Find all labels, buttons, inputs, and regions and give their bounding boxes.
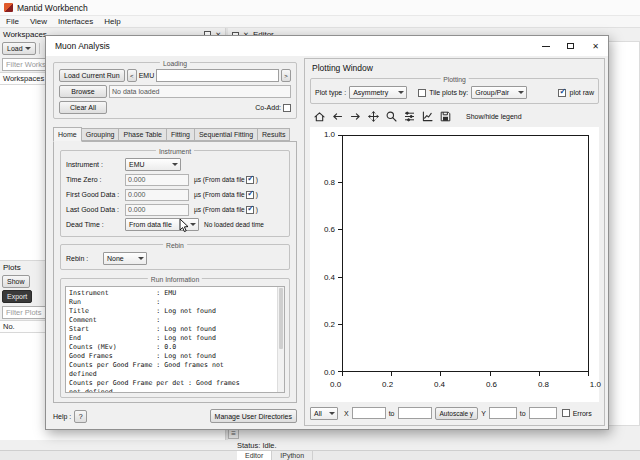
tab-results[interactable]: Results bbox=[258, 128, 290, 141]
subplots-config-icon[interactable] bbox=[402, 109, 416, 123]
menu-interfaces[interactable]: Interfaces bbox=[58, 17, 93, 26]
last-good-from-file-checkbox[interactable] bbox=[246, 206, 254, 214]
plotting-window-titlebar[interactable]: Plotting Window bbox=[310, 60, 599, 75]
x-tick-label: 0.0 bbox=[330, 380, 341, 389]
loaded-data-field: No data loaded bbox=[109, 85, 291, 98]
plot-toolbar: Show/hide legend bbox=[310, 108, 599, 124]
workspaces-dock-title: Workspaces bbox=[3, 30, 47, 39]
close-button[interactable] bbox=[583, 36, 608, 56]
load-workspace-button[interactable]: Load bbox=[2, 42, 36, 55]
home-icon[interactable] bbox=[312, 109, 326, 123]
load-button-label: Load bbox=[7, 45, 23, 52]
run-number-input[interactable] bbox=[156, 69, 279, 82]
zoom-icon[interactable] bbox=[384, 109, 398, 123]
run-info-line: Run : bbox=[69, 298, 275, 307]
plot-raw-checkbox[interactable] bbox=[558, 89, 566, 97]
main-titlebar[interactable]: Mantid Workbench bbox=[0, 0, 640, 16]
autoscale-y-button[interactable]: Autoscale y bbox=[435, 407, 479, 420]
previous-run-button[interactable]: < bbox=[127, 69, 137, 82]
tab-grouping[interactable]: Grouping bbox=[82, 128, 120, 141]
run-info-line: Counts per Good Frame : Good frames not bbox=[69, 361, 275, 370]
tile-plots-checkbox[interactable] bbox=[418, 89, 426, 97]
from-data-file-label: µs (From data file bbox=[194, 191, 245, 198]
first-good-from-file-checkbox[interactable] bbox=[246, 191, 254, 199]
tab-editor[interactable]: Editor bbox=[237, 451, 272, 460]
menu-view[interactable]: View bbox=[30, 17, 47, 26]
muon-analysis-dialog: Muon Analysis Loading Load Current Run bbox=[45, 35, 609, 430]
x-max-input[interactable] bbox=[398, 407, 432, 419]
customize-axes-icon[interactable] bbox=[420, 109, 434, 123]
last-good-data-field[interactable]: 0.000 bbox=[125, 204, 189, 216]
x-min-input[interactable] bbox=[352, 407, 386, 419]
help-button[interactable]: ? bbox=[74, 410, 87, 423]
dialog-body: Loading Load Current Run < EMU > bbox=[46, 56, 608, 429]
tab-fitting[interactable]: Fitting bbox=[167, 128, 195, 141]
clear-all-label: Clear All bbox=[70, 104, 96, 111]
x-axis-tick-labels: 0.0 0.2 0.4 0.6 0.8 1.0 bbox=[330, 380, 601, 389]
y-axis-tick-marks bbox=[338, 135, 342, 372]
time-zero-from-file-checkbox[interactable] bbox=[246, 176, 254, 184]
plotting-group-title: Plotting bbox=[440, 75, 469, 84]
close-icon bbox=[592, 41, 599, 51]
manage-user-directories-button[interactable]: Manage User Directories bbox=[210, 409, 297, 423]
load-current-run-label: Load Current Run bbox=[64, 72, 120, 79]
run-info-scrollbar[interactable] bbox=[277, 287, 284, 392]
show-hide-legend-button[interactable]: Show/hide legend bbox=[463, 112, 525, 121]
last-good-suffix: µs (From data file ) bbox=[194, 206, 258, 214]
y-tick-label: 1.0 bbox=[324, 130, 335, 139]
co-add-checkbox[interactable] bbox=[283, 104, 291, 112]
first-good-data-value: 0.000 bbox=[128, 191, 146, 198]
time-zero-field[interactable]: 0.000 bbox=[125, 174, 189, 186]
pan-icon[interactable] bbox=[366, 109, 380, 123]
minimize-button[interactable] bbox=[533, 36, 558, 56]
browse-button[interactable]: Browse bbox=[59, 85, 107, 98]
save-icon[interactable] bbox=[438, 109, 452, 123]
clear-all-button[interactable]: Clear All bbox=[59, 101, 107, 114]
tab-sequential-fitting[interactable]: Sequential Fitting bbox=[195, 128, 258, 141]
run-information-text[interactable]: Instrument : EMU Run : Title : Log not f… bbox=[65, 286, 285, 393]
plot-type-select[interactable]: Asymmetry bbox=[349, 86, 407, 99]
tile-plots-value: Group/Pair bbox=[475, 89, 509, 96]
scrollbar-thumb[interactable] bbox=[279, 288, 283, 349]
run-information-group: Run Information Instrument : EMU Run : T… bbox=[60, 278, 290, 398]
tab-home[interactable]: Home bbox=[53, 127, 82, 142]
plots-export-button[interactable]: Export bbox=[2, 290, 32, 303]
first-good-data-field[interactable]: 0.000 bbox=[125, 189, 189, 201]
y-tick-label: 0.6 bbox=[324, 225, 335, 234]
run-info-line: Start : Log not found bbox=[69, 325, 275, 334]
forward-icon[interactable] bbox=[348, 109, 362, 123]
minimize-icon bbox=[542, 46, 550, 47]
menu-file[interactable]: File bbox=[6, 17, 19, 26]
plots-show-button[interactable]: Show bbox=[2, 275, 30, 288]
run-info-line: Comment : bbox=[69, 316, 275, 325]
instrument-select[interactable]: EMU bbox=[125, 158, 181, 171]
back-icon[interactable] bbox=[330, 109, 344, 123]
load-current-run-button[interactable]: Load Current Run bbox=[59, 69, 125, 82]
console-tab-bar: Editor IPython bbox=[0, 450, 640, 460]
plot-range-controls: All X to Autoscale y Y to bbox=[310, 405, 599, 421]
from-data-file-label: µs (From data file bbox=[194, 206, 245, 213]
dialog-titlebar[interactable]: Muon Analysis bbox=[46, 36, 608, 56]
menu-help[interactable]: Help bbox=[104, 17, 120, 26]
loading-group-title: Loading bbox=[160, 59, 190, 68]
tab-ipython[interactable]: IPython bbox=[272, 451, 313, 460]
x-tick-label: 0.8 bbox=[538, 380, 549, 389]
chevron-down-icon bbox=[172, 163, 178, 166]
mouse-cursor bbox=[179, 219, 189, 233]
tab-phase-table[interactable]: Phase Table bbox=[119, 128, 166, 141]
y-min-input[interactable] bbox=[489, 407, 517, 419]
rebin-select[interactable]: None bbox=[103, 252, 147, 265]
plot-type-row: Plot type : Asymmetry Tile plots by: Gro… bbox=[315, 86, 594, 99]
next-run-button[interactable]: > bbox=[281, 69, 291, 82]
menu-bar: File View Interfaces Help bbox=[0, 16, 640, 28]
errors-checkbox[interactable] bbox=[562, 409, 570, 417]
run-info-line: End : Log not found bbox=[69, 334, 275, 343]
plotting-group: Plotting Plot type : Asymmetry Tile plot… bbox=[310, 78, 599, 104]
y-max-input[interactable] bbox=[529, 407, 557, 419]
to-label: to bbox=[389, 410, 395, 417]
tile-plots-by-select[interactable]: Group/Pair bbox=[471, 86, 527, 99]
rebin-group: Rebin Rebin : None bbox=[60, 244, 290, 270]
group-selector[interactable]: All bbox=[310, 407, 338, 420]
maximize-button[interactable] bbox=[558, 36, 583, 56]
plot-canvas[interactable]: 1.0 0.8 0.6 0.4 0.2 0.0 0.0 0.2 0.4 bbox=[310, 127, 599, 402]
